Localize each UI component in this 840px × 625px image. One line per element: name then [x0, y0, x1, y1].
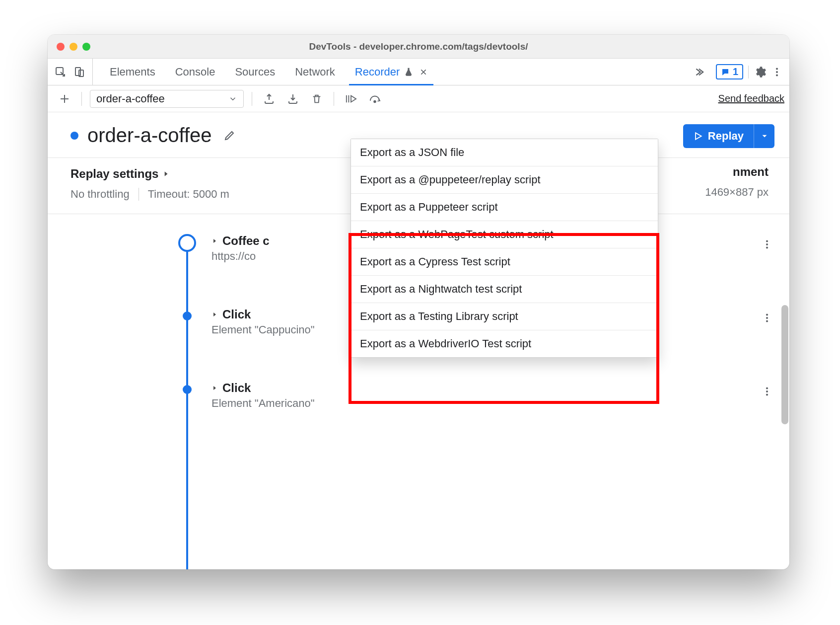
export-button[interactable]	[260, 90, 278, 108]
export-menu-item[interactable]: Export as a WebPageTest custom script	[351, 221, 658, 248]
continue-button[interactable]	[342, 90, 360, 108]
svg-point-3	[776, 68, 778, 70]
caret-right-icon	[211, 312, 217, 317]
step-menu-button[interactable]	[760, 237, 774, 252]
devtools-tabbar: Elements Console Sources Network Recorde…	[48, 59, 789, 85]
window-minimize-button[interactable]	[70, 43, 77, 51]
delete-button[interactable]	[308, 90, 326, 108]
step-subtitle: Element "Americano"	[211, 397, 774, 410]
step-title: Click	[222, 308, 251, 321]
timeout-value: Timeout: 5000 m	[148, 188, 229, 201]
window-zoom-button[interactable]	[82, 43, 90, 51]
tab-elements[interactable]: Elements	[100, 59, 165, 85]
step-over-button[interactable]	[366, 90, 384, 108]
timeline-dot-icon	[183, 385, 192, 394]
kebab-menu-icon[interactable]	[771, 67, 782, 78]
settings-icon[interactable]	[754, 66, 767, 78]
export-menu-item[interactable]: Export as a Nightwatch test script	[351, 276, 658, 303]
svg-point-11	[766, 317, 768, 319]
svg-point-4	[776, 71, 778, 73]
viewport-size: 1469×887 px	[705, 186, 769, 199]
svg-point-15	[766, 393, 768, 395]
tab-console[interactable]: Console	[165, 59, 225, 85]
step-title: Click	[222, 381, 251, 395]
step-item[interactable]: Click Element "Americano"	[177, 381, 774, 410]
import-button[interactable]	[284, 90, 302, 108]
recording-title: order-a-coffee	[87, 124, 212, 147]
close-tab-icon[interactable]	[420, 68, 427, 76]
device-toggle-icon[interactable]	[73, 66, 85, 78]
environment-heading: nment	[733, 165, 769, 179]
caret-right-icon	[162, 170, 169, 177]
svg-point-7	[766, 240, 768, 242]
flask-icon	[404, 67, 414, 77]
svg-point-10	[766, 314, 768, 316]
export-menu-item[interactable]: Export as a WebdriverIO Test script	[351, 330, 658, 357]
svg-point-6	[374, 100, 376, 102]
svg-point-9	[766, 246, 768, 248]
export-menu-item[interactable]: Export as a Testing Library script	[351, 303, 658, 330]
window-titlebar: DevTools - developer.chrome.com/tags/dev…	[48, 35, 789, 59]
export-menu: Export as a JSON file Export as a @puppe…	[350, 139, 658, 358]
svg-point-13	[766, 388, 768, 390]
export-menu-item[interactable]: Export as a Puppeteer script	[351, 194, 658, 221]
step-menu-button[interactable]	[760, 384, 774, 399]
replay-options-button[interactable]	[754, 124, 774, 148]
recorder-toolbar: order-a-coffee Send feedback	[48, 85, 789, 112]
svg-point-14	[766, 391, 768, 392]
devtools-window: DevTools - developer.chrome.com/tags/dev…	[48, 35, 789, 569]
svg-rect-1	[75, 68, 80, 76]
step-menu-button[interactable]	[760, 311, 774, 325]
svg-point-12	[766, 320, 768, 322]
timeline-dot-icon	[178, 234, 196, 252]
send-feedback-link[interactable]: Send feedback	[718, 93, 784, 104]
edit-title-button[interactable]	[221, 127, 238, 144]
tab-network[interactable]: Network	[285, 59, 345, 85]
status-dot-icon	[70, 132, 78, 140]
tab-recorder[interactable]: Recorder	[345, 59, 437, 85]
export-menu-item[interactable]: Export as a JSON file	[351, 139, 658, 166]
more-tabs-icon[interactable]	[688, 59, 709, 85]
caret-right-icon	[211, 385, 217, 391]
export-menu-item[interactable]: Export as a Cypress Test script	[351, 248, 658, 276]
caret-right-icon	[211, 238, 217, 244]
replay-button[interactable]: Replay	[683, 124, 754, 148]
tab-sources[interactable]: Sources	[225, 59, 285, 85]
svg-point-8	[766, 243, 768, 245]
throttling-value: No throttling	[70, 188, 130, 201]
timeline-dot-icon	[183, 312, 192, 320]
inspect-icon[interactable]	[55, 66, 67, 78]
svg-point-5	[776, 74, 778, 76]
new-recording-button[interactable]	[56, 90, 73, 108]
window-close-button[interactable]	[57, 43, 65, 51]
step-title: Coffee c	[222, 234, 270, 248]
issues-badge[interactable]: 1	[716, 64, 743, 79]
export-menu-item[interactable]: Export as a @puppeteer/replay script	[351, 166, 658, 194]
scrollbar-thumb[interactable]	[781, 305, 788, 424]
recording-select[interactable]: order-a-coffee	[90, 90, 244, 108]
window-title: DevTools - developer.chrome.com/tags/dev…	[48, 41, 789, 52]
